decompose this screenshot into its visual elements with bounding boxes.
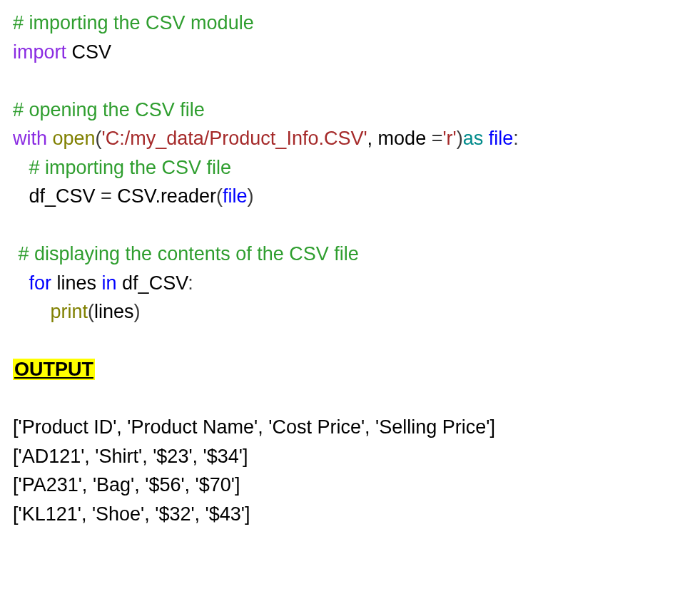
func-open: open: [53, 128, 96, 149]
comment-text: # displaying the contents of the CSV fil…: [13, 243, 359, 265]
comment-text: # opening the CSV file: [13, 99, 205, 120]
code-line: with open('C:/my_data/Product_Info.CSV',…: [13, 124, 662, 153]
comment-text: # importing the CSV module: [13, 12, 254, 34]
var-lines: lines: [94, 301, 134, 322]
space: [47, 128, 53, 149]
lparen: (: [216, 185, 223, 207]
blank-line: [13, 66, 662, 96]
rparen: ): [457, 128, 463, 149]
keyword-in: in: [102, 272, 117, 294]
func-print: print: [51, 301, 88, 322]
keyword-as: as: [463, 128, 489, 149]
code-comment: # displaying the contents of the CSV fil…: [13, 240, 662, 269]
assign-lhs: df_CSV: [13, 185, 101, 207]
equals: =: [432, 128, 443, 149]
var-dfcsv: df_CSV: [117, 272, 188, 294]
colon: :: [188, 272, 193, 294]
blank-line: [13, 211, 662, 240]
lparen: (: [88, 301, 94, 322]
output-label: OUTPUT: [13, 359, 95, 380]
var-file: file: [223, 185, 248, 207]
keyword-for: for: [29, 272, 52, 294]
string-r: 'r': [442, 128, 456, 149]
output-row: ['PA231', 'Bag', '$56', '$70']: [13, 471, 662, 500]
colon: :: [513, 128, 519, 149]
code-comment: # importing the CSV file: [13, 153, 662, 183]
code-line: print(lines): [13, 297, 662, 327]
code-line: df_CSV = CSV.reader(file): [13, 182, 662, 211]
code-comment: # opening the CSV file: [13, 96, 662, 125]
code-comment: # importing the CSV module: [13, 9, 662, 38]
mode-param: , mode: [367, 128, 432, 149]
code-block: # importing the CSV module import CSV # …: [13, 9, 662, 327]
indent: [13, 272, 29, 294]
output-row: ['KL121', 'Shoe', '$32', '$43']: [13, 500, 662, 529]
output-block: ['Product ID', 'Product Name', 'Cost Pri…: [13, 413, 662, 528]
code-line: for lines in df_CSV:: [13, 269, 662, 298]
csv-reader: CSV.reader: [117, 185, 216, 207]
code-line: import CSV: [13, 38, 662, 67]
comment-text: # importing the CSV file: [13, 157, 231, 178]
var-lines: lines: [51, 272, 102, 294]
output-heading: OUTPUT: [13, 355, 662, 384]
rparen: ): [134, 301, 141, 322]
output-row: ['Product ID', 'Product Name', 'Cost Pri…: [13, 413, 662, 442]
blank-line: [13, 327, 662, 356]
lparen: (: [96, 128, 102, 149]
blank-line: [13, 384, 662, 414]
keyword-import: import: [13, 41, 72, 63]
keyword-with: with: [13, 128, 47, 149]
output-row: ['AD121', 'Shirt', '$23', '$34']: [13, 442, 662, 471]
string-path: 'C:/my_data/Product_Info.CSV': [102, 128, 367, 149]
identifier: CSV: [72, 41, 112, 63]
var-file: file: [489, 128, 514, 149]
indent: [13, 301, 51, 322]
rparen: ): [247, 185, 253, 207]
equals: =: [101, 185, 117, 207]
